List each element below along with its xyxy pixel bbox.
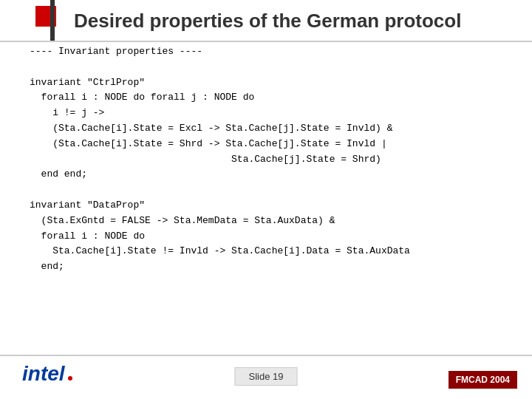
slide-content: ---- Invariant properties ---- invariant… — [30, 44, 517, 347]
header: Desired properties of the German protoco… — [0, 0, 532, 41]
fmcad-badge: FMCAD 2004 — [449, 371, 517, 389]
intel-dot — [68, 376, 72, 381]
header-divider — [0, 41, 532, 42]
intel-logo-text: intel — [22, 362, 65, 386]
invariant-code: ---- Invariant properties ---- invariant… — [30, 44, 517, 275]
footer-divider — [0, 355, 532, 356]
slide-title: Desired properties of the German protoco… — [74, 9, 461, 32]
intel-logo: intel — [22, 362, 72, 386]
dark-bar-decoration — [50, 0, 55, 41]
slide-number: Slide 19 — [235, 367, 298, 386]
